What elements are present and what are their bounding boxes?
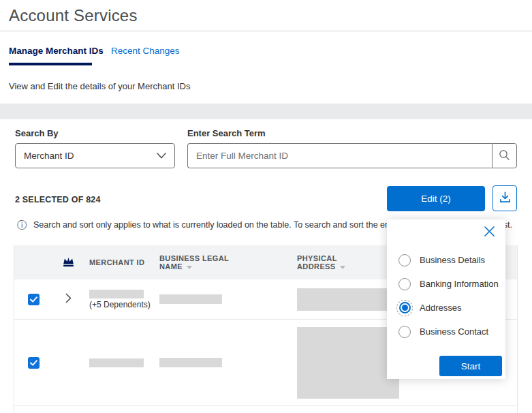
- physical-address-redacted: [297, 288, 399, 311]
- page-title: Account Services: [9, 6, 138, 25]
- search-by-label: Search By: [15, 128, 59, 138]
- account-services-page: Account Services Manage Merchant IDs Rec…: [0, 0, 532, 413]
- row-select-cell: [14, 357, 52, 369]
- header-business-legal-line1: BUSINESS LEGAL: [159, 254, 283, 262]
- option-banking-information[interactable]: Banking Information: [396, 272, 501, 296]
- option-addresses[interactable]: Addresses: [396, 296, 501, 320]
- radio-unselected-icon: [396, 324, 413, 340]
- search-by-select[interactable]: Merchant ID: [15, 143, 175, 168]
- search-input[interactable]: [187, 143, 492, 168]
- crown-icon: [61, 256, 76, 270]
- start-button[interactable]: Start: [439, 356, 502, 376]
- search-icon: [499, 149, 510, 163]
- row-expand-cell: [52, 293, 84, 306]
- edit-options-list: Business Details Banking Information Add…: [396, 248, 501, 343]
- header-divider: [0, 31, 532, 31]
- merchant-id-redacted: [89, 290, 144, 299]
- tab-manage-merchant-ids[interactable]: Manage Merchant IDs: [9, 46, 104, 56]
- chevron-down-icon: [157, 151, 166, 161]
- merchant-id-cell: (+5 Dependents): [84, 290, 159, 309]
- radio-selected-icon: [396, 300, 413, 316]
- option-business-contact[interactable]: Business Contact: [396, 320, 501, 343]
- merchant-id-redacted: [89, 358, 144, 367]
- edit-options-popup: Business Details Banking Information Add…: [387, 219, 505, 379]
- business-legal-name-cell: [159, 294, 283, 304]
- download-icon: [499, 191, 512, 206]
- download-button[interactable]: [492, 185, 517, 211]
- sort-down-icon[interactable]: [187, 266, 192, 269]
- business-legal-name-cell: [159, 358, 283, 367]
- chevron-right-icon[interactable]: [65, 293, 72, 306]
- page-subtitle: View and Edit the details of your Mercha…: [9, 81, 190, 91]
- info-icon: ⓘ: [17, 219, 27, 230]
- search-term-label: Enter Search Term: [187, 128, 266, 138]
- header-business-legal-name[interactable]: BUSINESS LEGAL NAME: [159, 254, 283, 271]
- row-select-cell: [14, 294, 52, 305]
- search-by-selected-value: Merchant ID: [24, 151, 74, 161]
- business-legal-name-redacted: [159, 294, 222, 304]
- search-term-group: [187, 143, 517, 168]
- header-merchant-id[interactable]: MERCHANT ID: [84, 258, 159, 266]
- close-icon[interactable]: [484, 226, 495, 237]
- header-business-legal-line2: NAME: [159, 262, 283, 271]
- merchant-id-cell: [84, 358, 159, 367]
- header-expand-column: [52, 256, 84, 270]
- radio-unselected-icon: [396, 276, 413, 292]
- row-checkbox-checked[interactable]: [28, 357, 40, 369]
- selection-summary: 2 SELECTED OF 824: [15, 195, 101, 204]
- dependents-note: (+5 Dependents): [89, 300, 159, 309]
- edit-button[interactable]: Edit (2): [387, 186, 485, 211]
- radio-unselected-icon: [396, 252, 413, 269]
- search-button[interactable]: [492, 143, 517, 168]
- tab-recent-changes[interactable]: Recent Changes: [111, 46, 180, 56]
- active-tab-underline: [9, 63, 92, 65]
- row-checkbox-checked[interactable]: [28, 294, 40, 305]
- sort-down-icon[interactable]: [340, 266, 345, 269]
- business-legal-name-redacted: [159, 358, 222, 367]
- physical-address-redacted: [297, 327, 399, 399]
- section-divider-band: [0, 104, 532, 119]
- option-business-details[interactable]: Business Details: [396, 248, 501, 272]
